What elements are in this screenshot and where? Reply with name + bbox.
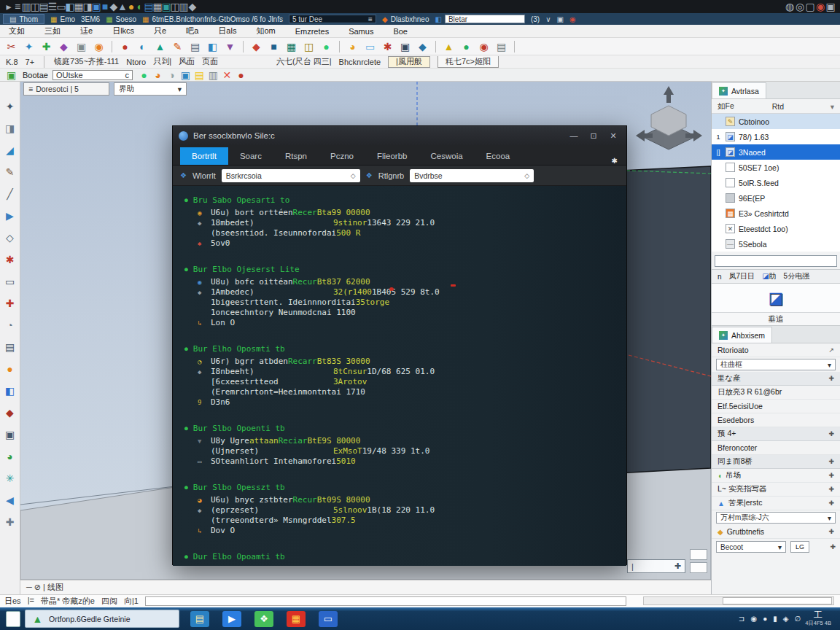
attribute-select[interactable]: 柱曲框▾: [716, 359, 836, 370]
tool-icon[interactable]: ✎: [171, 39, 184, 53]
menu-item[interactable]: 知om: [256, 26, 275, 36]
quick-launch-icon[interactable]: ●: [137, 68, 151, 82]
lg-box[interactable]: LG: [790, 541, 809, 553]
tool-icon[interactable]: ▲: [153, 39, 167, 53]
sort-arrow-icon[interactable]: ▾: [831, 102, 834, 111]
layer-row[interactable]: ✕Eteestdct 1oo): [712, 221, 840, 236]
layer-row[interactable]: |]◪3Naoed: [712, 144, 840, 160]
tool-icon[interactable]: ◐: [136, 39, 149, 53]
view-style-select[interactable]: 界助 ▾: [114, 82, 187, 96]
bookmark-item[interactable]: ▦Emo: [50, 15, 75, 23]
dialog-tab-pczno[interactable]: Pczno: [319, 147, 365, 165]
material-preview[interactable]: ◪: [712, 284, 840, 313]
orangebox-icon[interactable]: ▦: [726, 209, 735, 218]
tool-icon[interactable]: ▼: [223, 39, 237, 53]
bookmark-item[interactable]: ▦6tmEB.Bnlcthonfnfs-GtbOmso /6 fo Jlnfs: [142, 15, 283, 23]
quick-launch-icon[interactable]: ✕: [220, 68, 234, 82]
tool-icon[interactable]: ●: [319, 39, 333, 53]
layer-filter-input[interactable]: [715, 255, 837, 267]
status-input[interactable]: [145, 596, 626, 606]
scrollbar-thumb[interactable]: [723, 597, 832, 604]
dialog-tab-ceswoia[interactable]: Ceswoia: [419, 147, 475, 165]
bar-right-icon[interactable]: ▣: [556, 15, 563, 23]
tool-icon[interactable]: ◉: [477, 39, 491, 53]
quick-launch-icon[interactable]: ◕: [151, 68, 165, 82]
bar-right-icon[interactable]: ◉: [569, 15, 576, 23]
taskbar-app[interactable]: ▦: [280, 607, 312, 630]
rail-tool-icon[interactable]: ◕: [3, 449, 18, 464]
add-icon[interactable]: ✚: [828, 430, 834, 438]
tool-icon[interactable]: ▲: [442, 39, 456, 53]
mid-tab[interactable]: n: [718, 273, 722, 281]
add-icon[interactable]: ✚: [828, 486, 834, 493]
rail-tool-icon[interactable]: ✎: [3, 165, 18, 179]
dialog-tab-bortrtlt[interactable]: Bortrtlt: [180, 147, 228, 165]
layer-row[interactable]: ▦E3» Ceshirtctd: [712, 206, 840, 221]
dialog-tab-soarc[interactable]: Soarc: [228, 147, 273, 165]
tool-icon[interactable]: ▤: [494, 39, 508, 53]
attribute-row[interactable]: Bferoncoter: [712, 441, 840, 455]
layer-row[interactable]: ―5Sebola: [712, 236, 840, 252]
tool-icon[interactable]: ✂: [4, 39, 18, 53]
attribute-row[interactable]: 同ま而8桥✚: [712, 455, 840, 469]
layer-row[interactable]: 96E(EP: [712, 190, 840, 206]
add-icon[interactable]: ✚: [828, 458, 834, 465]
filter2-select[interactable]: Bvdrbse ◇: [410, 169, 534, 182]
titlebar-control-icon[interactable]: ▢: [805, 2, 815, 11]
mid-tab[interactable]: 5分电强: [784, 271, 810, 281]
bookmark-item[interactable]: ◆Dlasbxhneo: [382, 15, 429, 23]
pencil-icon[interactable]: ✎: [726, 117, 735, 126]
titlebar-control-icon[interactable]: ◎: [795, 2, 805, 11]
dialog-tab-rtspn[interactable]: Rtspn: [273, 147, 319, 165]
chk-icon[interactable]: [726, 163, 735, 172]
measurement-box[interactable]: | ✚: [627, 559, 685, 573]
dialog-tab-ecooa[interactable]: Ecooa: [475, 147, 522, 165]
attribute-row[interactable]: ◆Grutbtnefis✚: [712, 525, 840, 539]
browser-tab[interactable]: ▤Thom: [3, 14, 44, 24]
rail-tool-icon[interactable]: ✱: [3, 252, 18, 267]
attributes-panel-tab[interactable]: ✦ Ahbxisem: [712, 327, 772, 343]
scene-tab[interactable]: ≡ Doresotci | 5: [23, 82, 109, 96]
rail-tool-icon[interactable]: ◢: [3, 143, 18, 158]
active-layout-box[interactable]: |風用般: [388, 56, 430, 68]
rail-tool-icon[interactable]: ╱: [3, 187, 18, 201]
tool-icon[interactable]: ▤: [188, 39, 202, 53]
taskbar-app[interactable]: ▤: [184, 607, 216, 630]
minimize-button[interactable]: —: [567, 131, 581, 140]
rail-tool-icon[interactable]: ✦: [3, 99, 18, 114]
rail-tool-icon[interactable]: ✚: [3, 515, 18, 529]
tray-icon[interactable]: ◉: [750, 615, 757, 623]
menu-item[interactable]: 日als: [218, 26, 236, 36]
menu-item[interactable]: 吧a: [186, 26, 198, 36]
add-icon[interactable]: ✚: [828, 472, 834, 479]
viewport-canvas[interactable]: ≡ Doresotci | 5 界助 ▾ Ber ssoclxbnvlo Sil…: [20, 82, 711, 580]
address-input[interactable]: 5 tur Dee≡: [289, 15, 376, 23]
taskbar-app[interactable]: ❖: [248, 607, 280, 630]
console-output[interactable]: ●Bru Sabo Opesarti to◉U6u) bort orttéen …: [173, 186, 626, 566]
layout-tab[interactable]: 粍七7c>姬阳: [438, 56, 499, 68]
pin-star-icon[interactable]: ✱: [612, 157, 626, 165]
menu-item[interactable]: 迋e: [80, 26, 93, 36]
layer-row[interactable]: ✎Cbtoinoo: [712, 114, 840, 129]
close-button[interactable]: ✕: [606, 131, 621, 141]
attribute-row[interactable]: L~ 实亮指写器✚: [712, 483, 840, 497]
titlebar-control-icon[interactable]: ◍: [785, 2, 795, 11]
titlebar-control-icon[interactable]: ◉: [815, 2, 825, 11]
tray-icon[interactable]: ●: [763, 615, 767, 623]
tool-icon[interactable]: ◆: [416, 39, 429, 53]
tool-icon[interactable]: ◆: [249, 39, 263, 53]
browser-tab[interactable]: ◧Bletar: [435, 15, 524, 23]
quick-launch-icon[interactable]: ●: [234, 68, 248, 82]
rail-tool-icon[interactable]: ▭: [3, 274, 18, 289]
quick-launch-icon[interactable]: ◑: [165, 68, 179, 82]
add-icon[interactable]: ✚: [828, 375, 834, 382]
tool-icon[interactable]: ■: [267, 39, 281, 53]
rail-tool-icon[interactable]: ✳: [3, 471, 18, 486]
add-icon[interactable]: ✚: [828, 499, 834, 507]
tool-icon[interactable]: ◆: [57, 39, 71, 53]
tool-icon[interactable]: ▣: [74, 39, 88, 53]
layer-row[interactable]: 5olR.S.feed: [712, 175, 840, 190]
thumb-icon[interactable]: ◪: [726, 132, 735, 141]
chk-icon[interactable]: [726, 178, 735, 187]
orbit-gizmo[interactable]: [636, 86, 702, 149]
